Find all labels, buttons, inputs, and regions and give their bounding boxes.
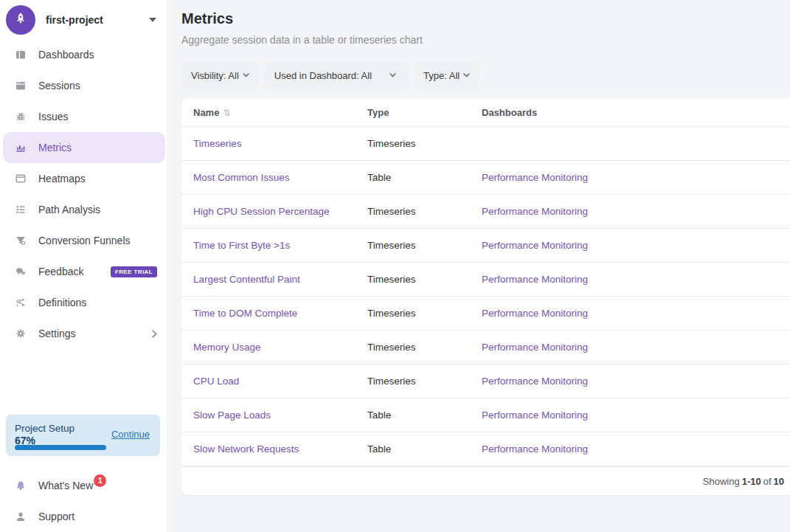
table-row: Time to DOM Complete Timeseries Performa… [181, 297, 790, 331]
metrics-table-card: Name ⇅ Type Dashboards Timeseries Timese… [181, 99, 790, 495]
filter-label: Visbility: All [191, 70, 239, 81]
table-row: Time to First Byte >1s Timeseries Perfor… [181, 229, 790, 263]
sidebar-item-feedback[interactable]: Feedback FREE TRIAL [0, 256, 167, 287]
column-header-dashboards: Dashboards [482, 107, 790, 118]
column-header-label: Name [193, 107, 219, 118]
metric-dashboards-cell: Performance Monitoring [482, 206, 790, 217]
sidebar-item-metrics[interactable]: Metrics [3, 132, 165, 163]
sidebar-item-label: Metrics [38, 142, 72, 153]
metric-name-cell: Timeseries [193, 138, 367, 149]
metric-name-cell: High CPU Session Percentage [193, 206, 367, 217]
metrics-icon [15, 142, 27, 153]
metric-link[interactable]: Time to DOM Complete [193, 308, 297, 319]
feedback-icon [15, 266, 27, 277]
dashboards-icon [15, 49, 27, 61]
metric-dashboards-cell: Performance Monitoring [482, 443, 790, 455]
filter-label: Type: All [423, 70, 460, 81]
sidebar-item-definitions[interactable]: Definitions [0, 287, 167, 318]
chevron-down-icon [463, 73, 470, 77]
sidebar-nav: Dashboards Sessions [0, 39, 167, 349]
dashboard-link[interactable]: Performance Monitoring [482, 240, 588, 251]
sidebar-item-label: Settings [38, 328, 76, 339]
used-in-dashboard-filter-dropdown[interactable]: Used in Dashboard: All [265, 62, 408, 89]
caret-down-icon [149, 18, 156, 22]
sidebar-item-label: Feedback [38, 266, 83, 277]
metric-link[interactable]: Slow Network Requests [193, 443, 299, 455]
metric-type-cell: Timeseries [367, 342, 482, 353]
metric-type-cell: Timeseries [367, 376, 482, 387]
metric-name-cell: Memory Usage [193, 342, 367, 353]
sidebar-item-support[interactable]: Support [0, 501, 167, 532]
sidebar-item-label: What's New [38, 480, 93, 491]
table-row: Slow Network Requests Table Performance … [181, 432, 790, 466]
whats-new-count-badge: 1 [94, 474, 106, 487]
sidebar-item-issues[interactable]: Issues [0, 101, 167, 132]
metric-dashboards-cell: Performance Monitoring [482, 376, 790, 387]
continue-link[interactable]: Continue [111, 429, 150, 440]
metric-type-cell: Table [367, 172, 482, 183]
dashboard-link[interactable]: Performance Monitoring [482, 376, 588, 387]
metric-link[interactable]: Memory Usage [193, 342, 261, 353]
table-header-row: Name ⇅ Type Dashboards [181, 99, 790, 127]
metric-type-cell: Table [367, 410, 482, 421]
filter-label: Used in Dashboard: All [274, 70, 372, 81]
metric-link[interactable]: Most Common Issues [193, 172, 290, 183]
metric-name-cell: Time to DOM Complete [193, 308, 367, 319]
metric-dashboards-cell: Performance Monitoring [482, 342, 790, 353]
sort-icon[interactable]: ⇅ [223, 108, 230, 118]
dashboard-link[interactable]: Performance Monitoring [482, 172, 588, 183]
dashboard-link[interactable]: Performance Monitoring [482, 274, 588, 285]
dashboard-link[interactable]: Performance Monitoring [482, 308, 588, 319]
settings-icon [15, 328, 27, 339]
project-setup-card: Project Setup 67% Continue [6, 415, 160, 456]
metric-link[interactable]: CPU Load [193, 376, 239, 387]
page-title: Metrics [181, 10, 790, 27]
column-header-name[interactable]: Name ⇅ [193, 107, 367, 118]
metric-name-cell: Slow Network Requests [193, 443, 367, 455]
type-filter-dropdown[interactable]: Type: All [414, 62, 479, 89]
bell-icon [15, 480, 27, 491]
chevron-down-icon [243, 73, 249, 77]
sessions-icon [15, 80, 27, 91]
metric-link[interactable]: Time to First Byte >1s [193, 240, 290, 251]
main-content: Metrics Aggregate session data in a tabl… [167, 0, 790, 532]
showing-label: Showing [703, 476, 740, 487]
showing-range: 1-10 [742, 476, 761, 487]
project-switcher[interactable]: first-project [0, 0, 167, 39]
chevron-right-icon [152, 330, 157, 338]
filter-bar: Visbility: All Used in Dashboard: All Ty… [181, 62, 790, 89]
sidebar-item-settings[interactable]: Settings [0, 318, 167, 349]
column-header-label: Dashboards [482, 107, 537, 118]
progress-fill [15, 445, 106, 450]
visibility-filter-dropdown[interactable]: Visbility: All [181, 62, 259, 89]
sidebar-item-label: Sessions [38, 80, 80, 91]
free-trial-badge: FREE TRIAL [111, 266, 157, 277]
metric-link[interactable]: Timeseries [193, 138, 242, 149]
issues-icon [15, 111, 27, 122]
project-name: first-project [46, 14, 149, 26]
sidebar-item-path-analysis[interactable]: Path Analysis [0, 194, 167, 225]
table-row: Most Common Issues Table Performance Mon… [181, 161, 790, 195]
table-row: Timeseries Timeseries [181, 127, 790, 161]
metric-name-cell: Slow Page Loads [193, 410, 367, 421]
dashboard-link[interactable]: Performance Monitoring [482, 342, 588, 353]
sidebar-item-label: Issues [38, 111, 68, 122]
metric-link[interactable]: High CPU Session Percentage [193, 206, 330, 217]
metric-type-cell: Timeseries [367, 308, 482, 319]
dashboard-link[interactable]: Performance Monitoring [482, 443, 588, 455]
metric-dashboards-cell: Performance Monitoring [482, 410, 790, 421]
column-header-label: Type [367, 107, 389, 118]
sidebar-item-whats-new[interactable]: What's New 1 [0, 470, 167, 501]
sidebar-item-label: Conversion Funnels [38, 235, 131, 246]
sidebar-item-conversion-funnels[interactable]: Conversion Funnels [0, 225, 167, 256]
dashboard-link[interactable]: Performance Monitoring [482, 206, 588, 217]
sidebar-item-label: Definitions [38, 297, 86, 308]
support-icon [15, 511, 27, 522]
metric-link[interactable]: Largest Contentful Paint [193, 274, 300, 285]
metric-dashboards-cell: Performance Monitoring [482, 172, 790, 183]
metric-link[interactable]: Slow Page Loads [193, 410, 271, 421]
sidebar-item-dashboards[interactable]: Dashboards [0, 39, 167, 70]
sidebar-item-sessions[interactable]: Sessions [0, 70, 167, 101]
dashboard-link[interactable]: Performance Monitoring [482, 410, 588, 421]
sidebar-item-heatmaps[interactable]: Heatmaps [0, 163, 167, 194]
